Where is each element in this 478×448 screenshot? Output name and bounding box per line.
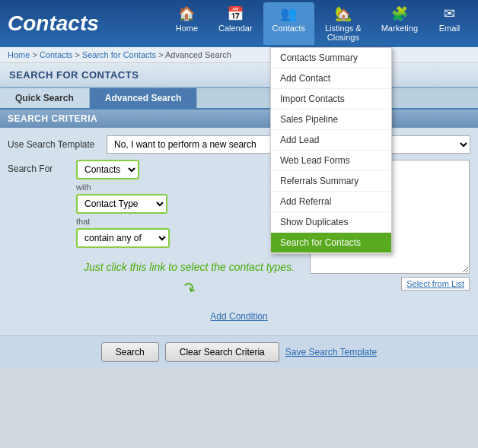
template-row: Use Search Template No, I want to perfor… [8,135,470,154]
dropdown-referrals-summary[interactable]: Referrals Summary [271,171,391,192]
nav-calendar[interactable]: 📅 Calendar [209,2,262,45]
home-icon: 🏠 [178,5,195,22]
bottom-buttons: Search Clear Search Criteria Save Search… [0,335,478,368]
dropdown-add-contact[interactable]: Add Contact [271,68,391,89]
section-header: Search Criteria [0,110,478,128]
tab-quick-search[interactable]: Quick Search [0,88,90,108]
page-title: Search for Contacts [9,69,139,81]
that-label: that [76,217,302,226]
breadcrumb: Home > Contacts > Search for Contacts > … [0,47,478,63]
operator-select[interactable]: contain any of contain all of is exactly… [76,228,170,248]
nav-home[interactable]: 🏠 Home [166,2,208,45]
add-condition-row: Add Condition [8,311,470,322]
add-condition-link[interactable]: Add Condition [210,311,267,322]
dropdown-contacts-summary[interactable]: Contacts Summary [271,48,391,68]
nav-home-label: Home [176,24,198,33]
tab-advanced-search[interactable]: Advanced Search [90,88,198,108]
dropdown-import-contacts[interactable]: Import Contacts [271,89,391,110]
marketing-icon: 🧩 [391,5,408,22]
object-condition-line: Contacts Leads Referrals [76,160,302,180]
contacts-dropdown: Contacts Summary Add Contact Import Cont… [270,47,392,254]
dropdown-web-lead-forms[interactable]: Web Lead Forms [271,151,391,171]
field-condition-line: Contact Type First Name Last Name Email [76,194,302,214]
clear-button[interactable]: Clear Search Criteria [165,342,279,362]
operator-condition-line: contain any of contain all of is exactly… [76,228,302,248]
nav-marketing[interactable]: 🧩 Marketing [372,2,427,45]
app-title: Contacts [8,11,166,36]
nav-listings-label: Listings &Closings [325,24,362,42]
breadcrumb-current: Advanced Search [165,50,231,59]
tabs: Quick Search Advanced Search [0,88,478,110]
nav-marketing-label: Marketing [381,24,418,33]
dropdown-sales-pipeline[interactable]: Sales Pipeline [271,110,391,130]
search-for-label: Search For [8,160,69,305]
nav-contacts-label: Contacts [272,24,305,33]
nav-contacts[interactable]: 👥 Contacts [263,2,314,45]
top-header: Contacts 🏠 Home 📅 Calendar 👥 Contacts 🏡 … [0,0,478,47]
main-content: Use Search Template No, I want to perfor… [0,128,478,335]
breadcrumb-contacts[interactable]: Contacts [40,50,72,59]
dropdown-add-referral[interactable]: Add Referral [271,192,391,212]
dropdown-add-lead[interactable]: Add Lead [271,130,391,151]
left-panel: Contacts Leads Referrals with Contact Ty… [76,160,302,305]
hint-area: Just click this link to select the conta… [76,251,302,305]
listings-icon: 🏡 [335,5,352,22]
calendar-icon: 📅 [227,5,244,22]
select-from-list-link[interactable]: Select from List [401,277,470,291]
search-for-row: Search For Contacts Leads Referrals with… [8,160,470,305]
field-select[interactable]: Contact Type First Name Last Name Email [76,194,167,214]
breadcrumb-search-contacts[interactable]: Search for Contacts [82,50,156,59]
object-select[interactable]: Contacts Leads Referrals [76,160,139,180]
dropdown-search-contacts[interactable]: Search for Contacts [271,233,391,253]
breadcrumb-home[interactable]: Home [8,50,30,59]
save-template-link[interactable]: Save Search Template [285,347,378,357]
nav-email-label: Email [439,24,460,33]
email-icon: ✉ [444,5,455,22]
page-header: Search for Contacts [0,63,478,88]
search-button[interactable]: Search [101,342,159,362]
arrow-icon: ↷ [179,278,199,300]
nav-items: 🏠 Home 📅 Calendar 👥 Contacts 🏡 Listings … [166,2,470,45]
contacts-icon: 👥 [280,5,297,22]
nav-email[interactable]: ✉ Email [429,2,470,45]
dropdown-show-duplicates[interactable]: Show Duplicates [271,212,391,233]
template-label: Use Search Template [8,139,99,150]
nav-listings[interactable]: 🏡 Listings &Closings [316,2,371,45]
with-label: with [76,183,302,192]
nav-calendar-label: Calendar [218,24,253,33]
hint-text: Just click this link to select the conta… [84,259,295,275]
